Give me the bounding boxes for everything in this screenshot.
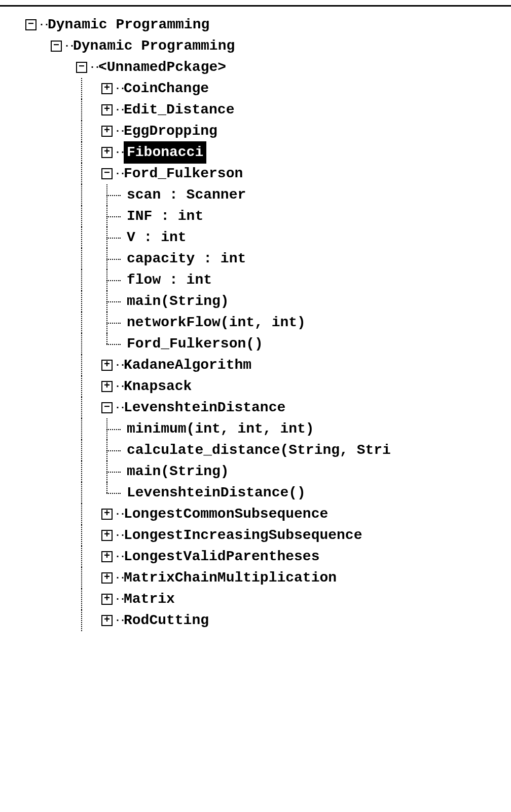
leaf-label: minimum(int, int, int)	[127, 418, 314, 440]
expand-icon[interactable]: +	[101, 147, 113, 158]
top-divider	[0, 5, 511, 7]
connector-dots: ··	[115, 528, 124, 543]
expand-icon[interactable]: +	[101, 572, 113, 584]
connector-dots: ··	[64, 38, 73, 54]
tree-node-lis[interactable]: + ·· LongestIncreasingSubsequence	[0, 525, 511, 546]
collapse-icon[interactable]: −	[51, 41, 62, 52]
expand-icon[interactable]: +	[101, 551, 113, 562]
tree-node-level1[interactable]: − ·· Dynamic Programming	[0, 35, 511, 57]
tree-leaf-minimum[interactable]: minimum(int, int, int)	[0, 418, 511, 440]
tree-node-knapsack[interactable]: + ·· Knapsack	[0, 376, 511, 397]
tree-node-matrix[interactable]: + ·· Matrix	[0, 589, 511, 610]
leaf-label: capacity : int	[127, 248, 246, 269]
leaf-label: calculate_distance(String, Stri	[127, 440, 391, 461]
tree-leaf-lev-constructor[interactable]: LevenshteinDistance()	[0, 482, 511, 504]
tree-leaf-capacity[interactable]: capacity : int	[0, 248, 511, 269]
connector-dots: ··	[115, 549, 124, 564]
node-label: Knapsack	[124, 376, 192, 397]
tree-leaf-ford-constructor[interactable]: Ford_Fulkerson()	[0, 333, 511, 355]
expand-icon[interactable]: +	[101, 509, 113, 520]
connector-dots: ··	[115, 570, 124, 586]
node-label: Dynamic Programming	[48, 14, 209, 35]
leaf-label: Ford_Fulkerson()	[127, 333, 263, 355]
connector-dots: ··	[115, 613, 124, 628]
node-label: EggDropping	[124, 121, 217, 142]
connector-dots: ··	[115, 592, 124, 607]
expand-icon[interactable]: +	[101, 530, 113, 541]
tree-node-ford-fulkerson[interactable]: − ·· Ford_Fulkerson	[0, 163, 511, 184]
node-label-selected: Fibonacci	[124, 141, 206, 164]
connector-dots: ··	[115, 145, 124, 160]
node-label: Dynamic Programming	[73, 35, 235, 57]
tree-leaf-lev-main[interactable]: main(String)	[0, 461, 511, 482]
node-label: LevenshteinDistance	[124, 397, 285, 418]
tree-node-levenshtein[interactable]: − ·· LevenshteinDistance	[0, 397, 511, 418]
connector-dots: ··	[115, 124, 124, 139]
tree-leaf-networkflow[interactable]: networkFlow(int, int)	[0, 312, 511, 333]
tree-node-mcm[interactable]: + ·· MatrixChainMultiplication	[0, 567, 511, 589]
leaf-label: INF : int	[127, 206, 203, 227]
tree-leaf-scan[interactable]: scan : Scanner	[0, 184, 511, 206]
expand-icon[interactable]: +	[101, 104, 113, 115]
connector-dots: ··	[115, 400, 124, 415]
expand-icon[interactable]: +	[101, 126, 113, 137]
expand-icon[interactable]: +	[101, 615, 113, 626]
expand-icon[interactable]: +	[101, 594, 113, 605]
tree-view: − ·· Dynamic Programming − ·· Dynamic Pr…	[0, 14, 511, 631]
node-label: KadaneAlgorithm	[124, 355, 251, 376]
tree-node-coinchange[interactable]: + ·· CoinChange	[0, 78, 511, 99]
connector-dots: ··	[115, 507, 124, 522]
node-label: LongestCommonSubsequence	[124, 504, 328, 525]
leaf-label: flow : int	[127, 269, 212, 291]
tree-node-root[interactable]: − ·· Dynamic Programming	[0, 14, 511, 35]
collapse-icon[interactable]: −	[25, 19, 36, 30]
tree-node-rodcutting[interactable]: + ·· RodCutting	[0, 610, 511, 631]
node-label: CoinChange	[124, 78, 209, 99]
tree-leaf-calculate[interactable]: calculate_distance(String, Stri	[0, 440, 511, 461]
tree-leaf-main[interactable]: main(String)	[0, 291, 511, 312]
connector-dots: ··	[115, 102, 124, 118]
leaf-label: networkFlow(int, int)	[127, 312, 306, 333]
expand-icon[interactable]: +	[101, 360, 113, 371]
expand-icon[interactable]: +	[101, 83, 113, 94]
connector-dots: ··	[115, 379, 124, 394]
collapse-icon[interactable]: −	[101, 402, 113, 413]
leaf-label: V : int	[127, 227, 187, 248]
tree-node-package[interactable]: − ··· <UnnamedPckage>	[0, 57, 511, 78]
connector-dots: ··	[39, 17, 48, 32]
node-label: Matrix	[124, 589, 175, 610]
leaf-label: LevenshteinDistance()	[127, 482, 306, 504]
tree-leaf-flow[interactable]: flow : int	[0, 269, 511, 291]
node-label: RodCutting	[124, 610, 209, 631]
leaf-label: main(String)	[127, 461, 229, 482]
expand-icon[interactable]: +	[101, 381, 113, 392]
tree-leaf-v[interactable]: V : int	[0, 227, 511, 248]
tree-leaf-inf[interactable]: INF : int	[0, 206, 511, 227]
node-label: <UnnamedPckage>	[98, 57, 226, 78]
node-label: Ford_Fulkerson	[124, 163, 243, 184]
node-label: MatrixChainMultiplication	[124, 567, 337, 589]
tree-node-lvp[interactable]: + ·· LongestValidParentheses	[0, 546, 511, 567]
connector-dots: ··	[115, 81, 124, 96]
connector-dots: ···	[89, 60, 98, 75]
tree-node-eggdropping[interactable]: + ·· EggDropping	[0, 121, 511, 142]
tree-node-kadane[interactable]: + ·· KadaneAlgorithm	[0, 355, 511, 376]
leaf-label: scan : Scanner	[127, 184, 246, 206]
leaf-label: main(String)	[127, 291, 229, 312]
connector-dots: ··	[115, 166, 124, 181]
node-label: Edit_Distance	[124, 99, 234, 121]
tree-node-lcs[interactable]: + ·· LongestCommonSubsequence	[0, 504, 511, 525]
collapse-icon[interactable]: −	[76, 62, 87, 73]
connector-dots: ··	[115, 358, 124, 373]
node-label: LongestIncreasingSubsequence	[124, 525, 362, 546]
tree-node-fibonacci[interactable]: + ·· Fibonacci	[0, 142, 511, 163]
collapse-icon[interactable]: −	[101, 168, 113, 179]
node-label: LongestValidParentheses	[124, 546, 319, 567]
tree-node-edit-distance[interactable]: + ·· Edit_Distance	[0, 99, 511, 121]
